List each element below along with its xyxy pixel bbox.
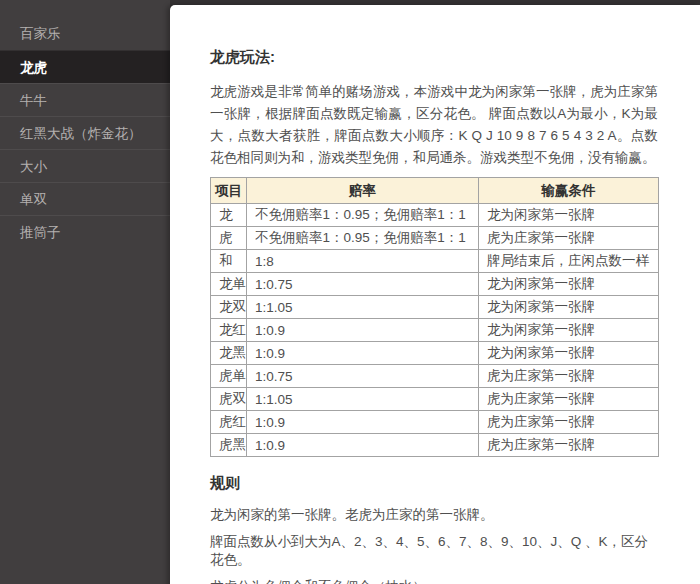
table-cell: 龙黑 bbox=[211, 342, 247, 365]
table-cell: 龙红 bbox=[211, 319, 247, 342]
table-row: 龙单1:0.75龙为闲家第一张牌 bbox=[211, 273, 659, 296]
table-cell: 龙单 bbox=[211, 273, 247, 296]
table-row: 虎红1:0.9虎为庄家第一张牌 bbox=[211, 411, 659, 434]
table-cell: 1:0.75 bbox=[247, 365, 479, 388]
table-row: 虎黑1:0.9虎为庄家第一张牌 bbox=[211, 434, 659, 457]
sidebar: 百家乐龙虎牛牛红黑大战（炸金花）大小单双推筒子 bbox=[0, 0, 170, 584]
table-cell: 1:0.9 bbox=[247, 411, 479, 434]
table-cell: 龙为闲家第一张牌 bbox=[479, 204, 659, 227]
sidebar-item[interactable]: 龙虎 bbox=[0, 50, 170, 83]
table-cell: 龙为闲家第一张牌 bbox=[479, 342, 659, 365]
payout-table: 项目 赔率 输赢条件 龙不免佣赔率1：0.95；免佣赔率1：1龙为闲家第一张牌虎… bbox=[210, 177, 659, 457]
table-cell: 牌局结束后，庄闲点数一样 bbox=[479, 250, 659, 273]
table-cell: 虎单 bbox=[211, 365, 247, 388]
table-cell: 1:0.9 bbox=[247, 434, 479, 457]
column-header-odds: 赔率 bbox=[247, 178, 479, 204]
table-cell: 虎为庄家第一张牌 bbox=[479, 388, 659, 411]
sidebar-menu: 百家乐龙虎牛牛红黑大战（炸金花）大小单双推筒子 bbox=[0, 17, 170, 248]
page-title: 龙虎玩法: bbox=[210, 47, 658, 67]
table-cell: 1:0.75 bbox=[247, 273, 479, 296]
table-cell: 虎为庄家第一张牌 bbox=[479, 411, 659, 434]
payout-table-body: 龙不免佣赔率1：0.95；免佣赔率1：1龙为闲家第一张牌虎不免佣赔率1：0.95… bbox=[211, 204, 659, 457]
rule-text: 龙虎分为免佣金和不免佣金（抽水） bbox=[210, 578, 658, 584]
table-row: 龙不免佣赔率1：0.95；免佣赔率1：1龙为闲家第一张牌 bbox=[211, 204, 659, 227]
table-row: 和1:8牌局结束后，庄闲点数一样 bbox=[211, 250, 659, 273]
table-cell: 龙为闲家第一张牌 bbox=[479, 319, 659, 342]
table-cell: 龙双 bbox=[211, 296, 247, 319]
sidebar-item[interactable]: 百家乐 bbox=[0, 17, 170, 50]
table-cell: 不免佣赔率1：0.95；免佣赔率1：1 bbox=[247, 204, 479, 227]
content: 龙虎玩法: 龙虎游戏是非常简单的赌场游戏，本游戏中龙为闲家第一张牌，虎为庄家第一… bbox=[170, 5, 700, 584]
table-cell: 虎为庄家第一张牌 bbox=[479, 227, 659, 250]
table-row: 龙双1:1.05龙为闲家第一张牌 bbox=[211, 296, 659, 319]
intro-paragraph: 龙虎游戏是非常简单的赌场游戏，本游戏中龙为闲家第一张牌，虎为庄家第一张牌，根据牌… bbox=[210, 81, 658, 169]
table-cell: 虎为庄家第一张牌 bbox=[479, 365, 659, 388]
table-cell: 1:0.9 bbox=[247, 319, 479, 342]
table-cell: 1:1.05 bbox=[247, 388, 479, 411]
table-cell: 不免佣赔率1：0.95；免佣赔率1：1 bbox=[247, 227, 479, 250]
table-cell: 1:8 bbox=[247, 250, 479, 273]
table-cell: 1:1.05 bbox=[247, 296, 479, 319]
table-cell: 虎 bbox=[211, 227, 247, 250]
table-cell: 和 bbox=[211, 250, 247, 273]
sidebar-item[interactable]: 红黑大战（炸金花） bbox=[0, 116, 170, 149]
table-cell: 龙 bbox=[211, 204, 247, 227]
sidebar-item[interactable]: 推筒子 bbox=[0, 215, 170, 248]
table-cell: 虎为庄家第一张牌 bbox=[479, 434, 659, 457]
rules-title: 规则 bbox=[210, 473, 658, 493]
sidebar-item[interactable]: 大小 bbox=[0, 149, 170, 182]
table-row: 龙黑1:0.9龙为闲家第一张牌 bbox=[211, 342, 659, 365]
table-header-row: 项目 赔率 输赢条件 bbox=[211, 178, 659, 204]
rule-text: 牌面点数从小到大为A、2、3、4、5、6、7、8、9、10、J、Q 、K，区分花… bbox=[210, 533, 658, 569]
table-cell: 龙为闲家第一张牌 bbox=[479, 296, 659, 319]
table-cell: 1:0.9 bbox=[247, 342, 479, 365]
content-panel: 龙虎玩法: 龙虎游戏是非常简单的赌场游戏，本游戏中龙为闲家第一张牌，虎为庄家第一… bbox=[170, 5, 700, 584]
table-cell: 虎双 bbox=[211, 388, 247, 411]
table-row: 虎单1:0.75虎为庄家第一张牌 bbox=[211, 365, 659, 388]
column-header-win-condition: 输赢条件 bbox=[479, 178, 659, 204]
column-header-item: 项目 bbox=[211, 178, 247, 204]
rules-list: 龙为闲家的第一张牌。老虎为庄家的第一张牌。牌面点数从小到大为A、2、3、4、5、… bbox=[210, 506, 658, 584]
table-cell: 虎黑 bbox=[211, 434, 247, 457]
rule-text: 龙为闲家的第一张牌。老虎为庄家的第一张牌。 bbox=[210, 506, 658, 524]
sidebar-item[interactable]: 单双 bbox=[0, 182, 170, 215]
table-cell: 龙为闲家第一张牌 bbox=[479, 273, 659, 296]
table-cell: 虎红 bbox=[211, 411, 247, 434]
table-row: 虎不免佣赔率1：0.95；免佣赔率1：1虎为庄家第一张牌 bbox=[211, 227, 659, 250]
sidebar-item[interactable]: 牛牛 bbox=[0, 83, 170, 116]
table-row: 虎双1:1.05虎为庄家第一张牌 bbox=[211, 388, 659, 411]
table-row: 龙红1:0.9龙为闲家第一张牌 bbox=[211, 319, 659, 342]
